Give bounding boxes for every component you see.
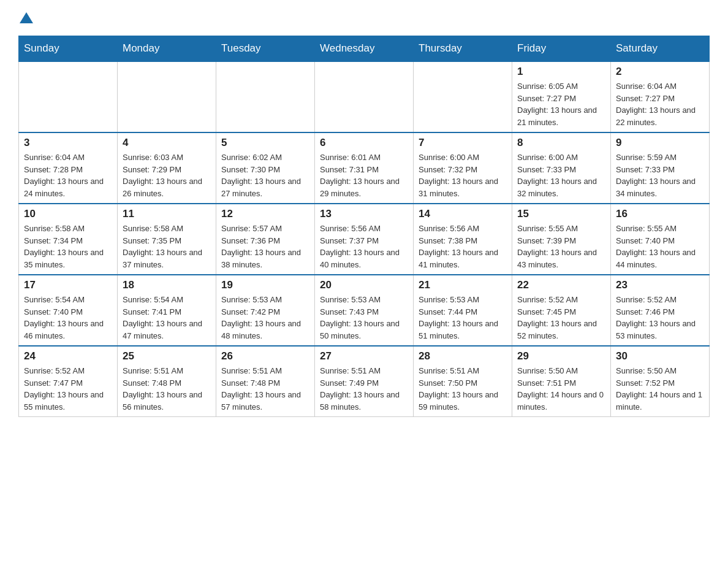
day-number: 6 bbox=[320, 137, 408, 149]
calendar-cell: 9Sunrise: 5:59 AMSunset: 7:33 PMDaylight… bbox=[611, 132, 710, 204]
day-info: Sunrise: 5:54 AMSunset: 7:41 PMDaylight:… bbox=[123, 294, 211, 342]
day-info: Sunrise: 5:52 AMSunset: 7:47 PMDaylight:… bbox=[24, 365, 112, 413]
logo bbox=[18, 12, 33, 23]
day-info: Sunrise: 6:00 AMSunset: 7:33 PMDaylight:… bbox=[517, 151, 605, 199]
calendar-cell: 27Sunrise: 5:51 AMSunset: 7:49 PMDayligh… bbox=[315, 346, 414, 417]
day-number: 12 bbox=[221, 208, 309, 220]
calendar-cell: 7Sunrise: 6:00 AMSunset: 7:32 PMDaylight… bbox=[414, 132, 512, 204]
week-row-1: 1Sunrise: 6:05 AMSunset: 7:27 PMDaylight… bbox=[19, 61, 710, 132]
calendar-cell: 30Sunrise: 5:50 AMSunset: 7:52 PMDayligh… bbox=[611, 346, 710, 417]
calendar-cell: 2Sunrise: 6:04 AMSunset: 7:27 PMDaylight… bbox=[611, 61, 710, 132]
calendar-cell: 17Sunrise: 5:54 AMSunset: 7:40 PMDayligh… bbox=[19, 275, 118, 346]
day-number: 27 bbox=[320, 350, 408, 362]
calendar-cell bbox=[216, 61, 315, 132]
day-number: 23 bbox=[616, 279, 704, 291]
calendar-cell: 22Sunrise: 5:52 AMSunset: 7:45 PMDayligh… bbox=[512, 275, 611, 346]
day-number: 1 bbox=[517, 66, 605, 78]
calendar-cell: 18Sunrise: 5:54 AMSunset: 7:41 PMDayligh… bbox=[118, 275, 216, 346]
day-number: 20 bbox=[320, 279, 408, 291]
calendar-cell: 20Sunrise: 5:53 AMSunset: 7:43 PMDayligh… bbox=[315, 275, 414, 346]
day-number: 16 bbox=[616, 208, 704, 220]
day-number: 8 bbox=[517, 137, 605, 149]
day-info: Sunrise: 5:53 AMSunset: 7:43 PMDaylight:… bbox=[320, 294, 408, 342]
calendar-cell: 15Sunrise: 5:55 AMSunset: 7:39 PMDayligh… bbox=[512, 204, 611, 275]
day-info: Sunrise: 5:51 AMSunset: 7:48 PMDaylight:… bbox=[123, 365, 211, 413]
day-info: Sunrise: 6:01 AMSunset: 7:31 PMDaylight:… bbox=[320, 151, 408, 199]
calendar-header-wednesday: Wednesday bbox=[315, 36, 414, 62]
calendar-header-monday: Monday bbox=[118, 36, 216, 62]
day-info: Sunrise: 6:05 AMSunset: 7:27 PMDaylight:… bbox=[517, 80, 605, 128]
day-info: Sunrise: 5:50 AMSunset: 7:52 PMDaylight:… bbox=[616, 365, 704, 413]
day-info: Sunrise: 5:58 AMSunset: 7:34 PMDaylight:… bbox=[24, 223, 112, 270]
week-row-3: 10Sunrise: 5:58 AMSunset: 7:34 PMDayligh… bbox=[19, 204, 710, 275]
logo-triangle-icon bbox=[20, 12, 33, 23]
calendar-cell bbox=[315, 61, 414, 132]
day-info: Sunrise: 5:59 AMSunset: 7:33 PMDaylight:… bbox=[616, 151, 704, 199]
calendar-cell: 6Sunrise: 6:01 AMSunset: 7:31 PMDaylight… bbox=[315, 132, 414, 204]
day-info: Sunrise: 5:53 AMSunset: 7:42 PMDaylight:… bbox=[221, 294, 309, 342]
calendar-cell: 4Sunrise: 6:03 AMSunset: 7:29 PMDaylight… bbox=[118, 132, 216, 204]
calendar-cell: 3Sunrise: 6:04 AMSunset: 7:28 PMDaylight… bbox=[19, 132, 118, 204]
day-number: 5 bbox=[221, 137, 309, 149]
page-header bbox=[18, 12, 710, 23]
day-info: Sunrise: 5:52 AMSunset: 7:46 PMDaylight:… bbox=[616, 294, 704, 342]
calendar-header-row: SundayMondayTuesdayWednesdayThursdayFrid… bbox=[19, 36, 710, 62]
week-row-2: 3Sunrise: 6:04 AMSunset: 7:28 PMDaylight… bbox=[19, 132, 710, 204]
svg-marker-0 bbox=[20, 12, 33, 23]
day-number: 15 bbox=[517, 208, 605, 220]
calendar-cell: 1Sunrise: 6:05 AMSunset: 7:27 PMDaylight… bbox=[512, 61, 611, 132]
calendar-cell: 29Sunrise: 5:50 AMSunset: 7:51 PMDayligh… bbox=[512, 346, 611, 417]
day-number: 18 bbox=[123, 279, 211, 291]
calendar-cell bbox=[414, 61, 512, 132]
calendar-cell: 26Sunrise: 5:51 AMSunset: 7:48 PMDayligh… bbox=[216, 346, 315, 417]
day-info: Sunrise: 5:55 AMSunset: 7:40 PMDaylight:… bbox=[616, 223, 704, 270]
day-number: 24 bbox=[24, 350, 112, 362]
day-info: Sunrise: 5:56 AMSunset: 7:37 PMDaylight:… bbox=[320, 223, 408, 270]
calendar-cell: 28Sunrise: 5:51 AMSunset: 7:50 PMDayligh… bbox=[414, 346, 512, 417]
calendar-cell: 12Sunrise: 5:57 AMSunset: 7:36 PMDayligh… bbox=[216, 204, 315, 275]
day-info: Sunrise: 6:02 AMSunset: 7:30 PMDaylight:… bbox=[221, 151, 309, 199]
day-info: Sunrise: 5:56 AMSunset: 7:38 PMDaylight:… bbox=[419, 223, 507, 270]
day-info: Sunrise: 5:51 AMSunset: 7:50 PMDaylight:… bbox=[419, 365, 507, 413]
day-info: Sunrise: 5:51 AMSunset: 7:49 PMDaylight:… bbox=[320, 365, 408, 413]
calendar-cell bbox=[118, 61, 216, 132]
day-number: 9 bbox=[616, 137, 704, 149]
calendar-cell: 23Sunrise: 5:52 AMSunset: 7:46 PMDayligh… bbox=[611, 275, 710, 346]
calendar-table: SundayMondayTuesdayWednesdayThursdayFrid… bbox=[18, 36, 710, 417]
day-info: Sunrise: 6:04 AMSunset: 7:28 PMDaylight:… bbox=[24, 151, 112, 199]
calendar-cell: 5Sunrise: 6:02 AMSunset: 7:30 PMDaylight… bbox=[216, 132, 315, 204]
calendar-header-saturday: Saturday bbox=[611, 36, 710, 62]
calendar-cell: 8Sunrise: 6:00 AMSunset: 7:33 PMDaylight… bbox=[512, 132, 611, 204]
day-info: Sunrise: 5:54 AMSunset: 7:40 PMDaylight:… bbox=[24, 294, 112, 342]
day-info: Sunrise: 5:52 AMSunset: 7:45 PMDaylight:… bbox=[517, 294, 605, 342]
day-number: 30 bbox=[616, 350, 704, 362]
day-info: Sunrise: 6:04 AMSunset: 7:27 PMDaylight:… bbox=[616, 80, 704, 128]
day-info: Sunrise: 5:55 AMSunset: 7:39 PMDaylight:… bbox=[517, 223, 605, 270]
calendar-cell: 10Sunrise: 5:58 AMSunset: 7:34 PMDayligh… bbox=[19, 204, 118, 275]
calendar-cell: 21Sunrise: 5:53 AMSunset: 7:44 PMDayligh… bbox=[414, 275, 512, 346]
day-info: Sunrise: 6:00 AMSunset: 7:32 PMDaylight:… bbox=[419, 151, 507, 199]
day-info: Sunrise: 5:51 AMSunset: 7:48 PMDaylight:… bbox=[221, 365, 309, 413]
day-info: Sunrise: 5:53 AMSunset: 7:44 PMDaylight:… bbox=[419, 294, 507, 342]
calendar-header-thursday: Thursday bbox=[414, 36, 512, 62]
calendar-cell: 13Sunrise: 5:56 AMSunset: 7:37 PMDayligh… bbox=[315, 204, 414, 275]
calendar-cell: 11Sunrise: 5:58 AMSunset: 7:35 PMDayligh… bbox=[118, 204, 216, 275]
day-number: 17 bbox=[24, 279, 112, 291]
calendar-cell: 16Sunrise: 5:55 AMSunset: 7:40 PMDayligh… bbox=[611, 204, 710, 275]
day-number: 25 bbox=[123, 350, 211, 362]
week-row-5: 24Sunrise: 5:52 AMSunset: 7:47 PMDayligh… bbox=[19, 346, 710, 417]
day-info: Sunrise: 5:50 AMSunset: 7:51 PMDaylight:… bbox=[517, 365, 605, 413]
day-number: 14 bbox=[419, 208, 507, 220]
calendar-header-tuesday: Tuesday bbox=[216, 36, 315, 62]
calendar-header-sunday: Sunday bbox=[19, 36, 118, 62]
day-number: 10 bbox=[24, 208, 112, 220]
calendar-cell: 14Sunrise: 5:56 AMSunset: 7:38 PMDayligh… bbox=[414, 204, 512, 275]
day-info: Sunrise: 5:57 AMSunset: 7:36 PMDaylight:… bbox=[221, 223, 309, 270]
calendar-cell: 25Sunrise: 5:51 AMSunset: 7:48 PMDayligh… bbox=[118, 346, 216, 417]
day-number: 22 bbox=[517, 279, 605, 291]
day-number: 2 bbox=[616, 66, 704, 78]
day-number: 29 bbox=[517, 350, 605, 362]
day-number: 4 bbox=[123, 137, 211, 149]
calendar-header-friday: Friday bbox=[512, 36, 611, 62]
calendar-cell: 19Sunrise: 5:53 AMSunset: 7:42 PMDayligh… bbox=[216, 275, 315, 346]
